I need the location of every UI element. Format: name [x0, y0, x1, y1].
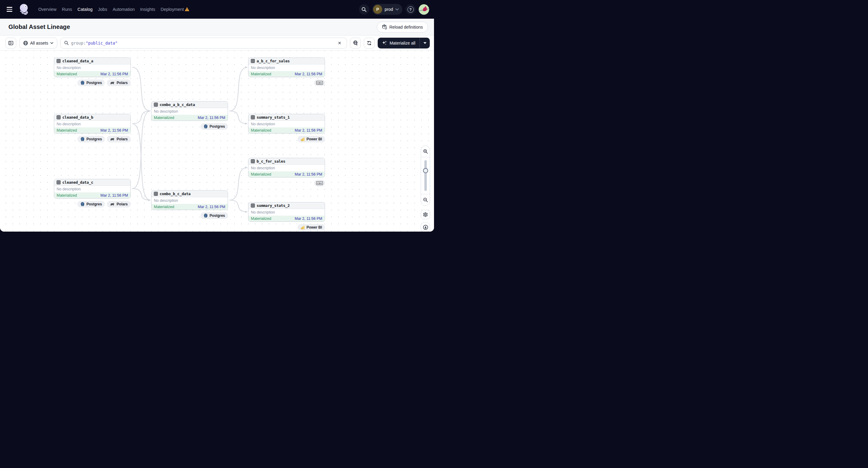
asset-description: No description [248, 64, 325, 71]
asset-tags-combo_a_b_c_data: Postgres [151, 123, 228, 130]
polars-icon [110, 81, 115, 85]
postgres-tag[interactable]: Postgres [78, 136, 105, 143]
asset-node-header: summary_stats_1 [248, 114, 325, 121]
help-button[interactable]: ? [405, 4, 415, 14]
asset-tags-b_c_for_sales: CSV [248, 180, 325, 186]
nav-item-automation[interactable]: Automation [110, 4, 137, 14]
polars-tag[interactable]: Polars [107, 201, 131, 208]
refresh-button[interactable] [364, 38, 375, 49]
postgres-tag[interactable]: Postgres [78, 80, 105, 86]
tag-label: Polars [117, 202, 128, 206]
asset-node-summary_stats_2[interactable]: summary_stats_2 No description Materiali… [248, 202, 325, 222]
chevron-down-icon [50, 42, 53, 44]
powerbi-icon [301, 225, 305, 229]
asset-name: a_b_c_for_sales [257, 59, 290, 63]
nav-item-runs[interactable]: Runs [59, 4, 75, 14]
asset-status-badge: Materialized [251, 217, 271, 221]
nav-item-label: Overview [38, 7, 56, 12]
global-search-icon[interactable] [359, 4, 369, 14]
tag-label: Postgres [87, 137, 102, 141]
hamburger-menu-icon[interactable] [5, 4, 15, 14]
asset-status-badge: Materialized [57, 128, 77, 132]
asset-tags-summary_stats_1: Power BI [248, 136, 325, 143]
asset-tags-combo_b_c_data: Postgres [151, 212, 228, 219]
zoom-panel [421, 146, 430, 206]
asset-status-badge: Materialized [251, 128, 271, 132]
nav-item-deployment[interactable]: Deployment [158, 4, 192, 14]
nav-item-catalog[interactable]: Catalog [75, 4, 95, 14]
page-header: Global Asset Lineage Reload definitions [0, 19, 434, 35]
asset-scope-dropdown[interactable]: All assets [19, 38, 57, 49]
polars-tag[interactable]: Polars [107, 80, 131, 86]
zoom-in-button[interactable] [421, 146, 430, 157]
asset-name: summary_stats_1 [257, 115, 290, 120]
asset-node-cleaned_data_a[interactable]: cleaned_data_a No description Materializ… [54, 58, 131, 77]
open-left-panel-button[interactable] [5, 38, 16, 49]
polars-icon [110, 203, 115, 206]
nav-item-jobs[interactable]: Jobs [95, 4, 110, 14]
zoom-slider-track[interactable] [424, 160, 427, 191]
zoom-slider-knob[interactable] [423, 168, 428, 173]
asset-node-cleaned_data_b[interactable]: cleaned_data_b No description Materializ… [54, 114, 131, 133]
lineage-canvas[interactable]: cleaned_data_a No description Materializ… [0, 51, 434, 231]
nav-links: OverviewRunsCatalogJobsAutomationInsight… [35, 4, 192, 14]
csv-tag[interactable]: CSV [314, 80, 325, 86]
nav-item-insights[interactable]: Insights [137, 4, 158, 14]
download-graph-button[interactable] [421, 223, 430, 231]
asset-node-header: a_b_c_for_sales [248, 58, 325, 64]
csv-tag[interactable]: CSV [314, 180, 325, 186]
table-icon [251, 204, 255, 208]
materialize-all-label: Materialize all [390, 41, 415, 45]
asset-name: summary_stats_2 [257, 203, 290, 208]
asset-description: No description [248, 121, 325, 127]
table-icon [251, 115, 255, 119]
asset-node-combo_b_c_data[interactable]: combo_b_c_data No description Materializ… [151, 190, 228, 210]
reload-definitions-button[interactable]: Reload definitions [377, 22, 428, 33]
deployment-name: prod [384, 7, 393, 12]
materialize-options-button[interactable] [420, 38, 430, 49]
view-full-graph-button[interactable] [350, 38, 361, 49]
asset-tags-cleaned_data_b: PostgresPolars [54, 136, 131, 143]
asset-search-input[interactable]: group:"public_data" ✕ [60, 38, 347, 49]
table-icon [57, 59, 61, 63]
graph-settings-button[interactable] [421, 210, 430, 219]
page-title: Global Asset Lineage [8, 24, 70, 30]
postgres-tag[interactable]: Postgres [78, 201, 105, 208]
clear-search-icon[interactable]: ✕ [335, 39, 344, 47]
asset-node-cleaned_data_c[interactable]: cleaned_data_c No description Materializ… [54, 179, 131, 198]
zoom-out-button[interactable] [421, 194, 430, 206]
question-mark-icon: ? [407, 6, 414, 13]
polars-tag[interactable]: Polars [107, 136, 131, 143]
search-query-value: "public_data" [86, 41, 118, 45]
asset-node-summary_stats_1[interactable]: summary_stats_1 No description Materiali… [248, 114, 325, 133]
asset-status-badge: Materialized [57, 72, 77, 76]
search-icon [64, 41, 69, 45]
asset-tags-cleaned_data_c: PostgresPolars [54, 201, 131, 208]
sparkle-icon [382, 40, 387, 45]
tag-label: Postgres [210, 124, 225, 129]
asset-tags-cleaned_data_a: PostgresPolars [54, 80, 131, 86]
user-avatar[interactable] [418, 4, 429, 15]
postgres-tag[interactable]: Postgres [200, 212, 228, 219]
asset-description: No description [248, 165, 325, 171]
deployment-switcher[interactable]: P prod [372, 4, 402, 15]
postgres-icon [204, 124, 208, 129]
asset-node-combo_a_b_c_data[interactable]: combo_a_b_c_data No description Material… [151, 101, 228, 121]
chevron-down-icon [396, 8, 399, 10]
tag-label: Postgres [87, 81, 102, 85]
nav-item-overview[interactable]: Overview [35, 4, 59, 14]
asset-node-header: summary_stats_2 [248, 202, 325, 209]
asset-node-a_b_c_for_sales[interactable]: a_b_c_for_sales No description Materiali… [248, 58, 325, 77]
tag-label: Polars [117, 137, 128, 141]
asset-materialized-timestamp: Mar 2, 11:56 PM [101, 72, 128, 76]
power-bi-tag[interactable]: Power BI [298, 224, 325, 231]
asset-status-badge: Materialized [251, 72, 271, 76]
postgres-tag[interactable]: Postgres [200, 123, 228, 130]
dagster-logo-icon[interactable] [18, 3, 30, 16]
zoom-slider[interactable] [421, 157, 430, 194]
power-bi-tag[interactable]: Power BI [298, 136, 325, 143]
asset-node-header: cleaned_data_a [54, 58, 130, 64]
asset-status-row: Materialized Mar 2, 11:56 PM [152, 115, 228, 121]
materialize-all-main[interactable]: Materialize all [378, 38, 420, 49]
asset-node-b_c_for_sales[interactable]: b_c_for_sales No description Materialize… [248, 158, 325, 177]
